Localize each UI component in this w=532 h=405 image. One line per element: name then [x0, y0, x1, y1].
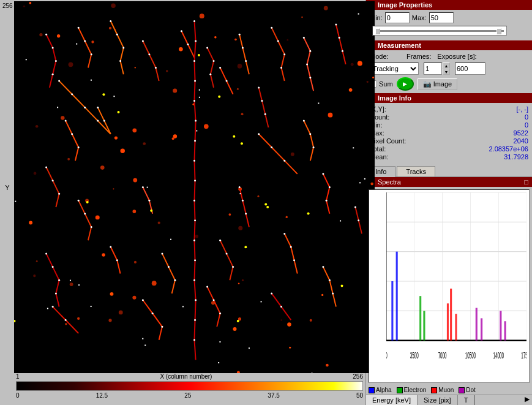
left-panel: 256 Y 1 X (column number) 256 0 12.5 25 … — [0, 0, 365, 405]
play-button[interactable]: ▶ — [397, 77, 414, 91]
svg-rect-18 — [450, 289, 452, 341]
spectra-section: ▼ Spectra □ — [366, 177, 532, 405]
x-axis-label: X (column number) — [160, 373, 212, 380]
measurement-header: ▼ Measurement — [366, 40, 532, 50]
legend-label-dot: Dot — [466, 387, 476, 393]
main-image-canvas[interactable] — [14, 1, 375, 373]
frames-input[interactable] — [424, 62, 442, 75]
min-input[interactable] — [385, 12, 410, 23]
svg-rect-23 — [504, 321, 506, 340]
svg-text:0: 0 — [386, 350, 388, 360]
bottom-tabs: Energy [keV] Size [pix] T ▶ — [366, 395, 532, 405]
info-val-count: 0 — [525, 113, 528, 121]
bottom-tab-t[interactable]: T — [458, 395, 475, 405]
x-left-label: 1 — [16, 373, 20, 380]
svg-rect-19 — [455, 314, 457, 341]
spectra-header: ▼ Spectra □ — [366, 177, 532, 187]
image-button[interactable]: 📷 Image — [418, 78, 458, 90]
max-label: Max: — [412, 14, 427, 21]
cb-label-2: 25 — [184, 392, 191, 399]
info-val-xy: [-, -] — [516, 105, 528, 113]
cb-label-3: 37.5 — [268, 392, 279, 399]
colorbar — [16, 381, 363, 391]
info-val-min: 0 — [525, 121, 528, 129]
svg-rect-21 — [481, 318, 482, 340]
legend-color-dot — [459, 387, 465, 393]
legend-electron: Electron — [397, 387, 427, 393]
svg-text:10500: 10500 — [465, 350, 476, 360]
info-row-xy: [X,Y]: [-, -] — [370, 105, 528, 113]
frames-label: Frames: — [406, 53, 431, 60]
info-val-max: 9522 — [514, 129, 528, 137]
info-key-pixcount: Pixel Count: — [370, 137, 406, 145]
image-properties-title: Image Properties — [378, 1, 432, 9]
max-input[interactable] — [429, 12, 454, 23]
svg-rect-14 — [396, 252, 398, 341]
exposure-label: Exposure [s]: — [437, 53, 476, 60]
legend-label-alpha: Alpha — [376, 387, 392, 393]
spectra-title: Spectra — [378, 178, 401, 186]
spectra-chart: 0 1.5 3 4.5 6 7.5 0 3500 7000 10500 1400… — [369, 189, 530, 383]
svg-text:17500: 17500 — [521, 350, 526, 360]
info-val-total: 2.08357e+06 — [489, 145, 528, 153]
legend-alpha: Alpha — [369, 387, 392, 393]
info-row-pixcount: Pixel Count: 2040 — [370, 137, 528, 145]
range-slider[interactable] — [372, 26, 507, 36]
legend-color-muon — [431, 387, 437, 393]
info-tabs: Info Tracks — [366, 166, 532, 177]
image-properties-section: ▼ Image Properties Min: Max: — [366, 0, 532, 40]
legend-color-electron — [397, 387, 403, 393]
spinner-up[interactable]: ▲ — [443, 62, 450, 69]
bottom-tab-energy[interactable]: Energy [keV] — [366, 395, 418, 405]
svg-rect-22 — [500, 311, 501, 340]
info-val-pixcount: 2040 — [514, 137, 528, 145]
image-info-header: ▼ Image Info — [366, 93, 532, 103]
legend-label-electron: Electron — [404, 387, 427, 393]
svg-rect-20 — [476, 308, 478, 341]
svg-rect-17 — [447, 303, 449, 340]
svg-rect-13 — [391, 281, 393, 341]
measurement-title: Measurement — [378, 42, 421, 49]
cb-label-0: 0 — [16, 392, 20, 399]
sum-label: Sum — [379, 80, 393, 88]
spinner-down[interactable]: ▼ — [443, 69, 450, 75]
legend-label-muon: Muon — [438, 387, 454, 393]
play-icon: ▶ — [403, 81, 407, 87]
info-row-total: Total: 2.08357e+06 — [370, 145, 528, 153]
mode-select[interactable]: Tracking — [370, 62, 419, 75]
cb-label-1: 12.5 — [96, 392, 108, 399]
legend-muon: Muon — [431, 387, 454, 393]
spectra-close-icon[interactable]: □ — [524, 178, 528, 186]
frames-spinner[interactable]: ▲ ▼ — [443, 62, 450, 75]
bottom-tab-size[interactable]: Size [pix] — [418, 395, 458, 405]
slider-left-thumb[interactable] — [375, 28, 380, 34]
spectra-legend: Alpha Electron Muon Dot — [366, 385, 532, 395]
info-row-min: Min: 0 — [370, 121, 528, 129]
cb-label-4: 50 — [356, 392, 363, 399]
exposure-input[interactable] — [455, 62, 485, 75]
measurement-section: ▼ Measurement Mode: Frames: Exposure [s]… — [366, 40, 532, 93]
info-row-max: Max: 9522 — [370, 129, 528, 137]
svg-text:3500: 3500 — [410, 350, 419, 360]
svg-text:14000: 14000 — [493, 350, 504, 360]
y-top-value: 256 — [2, 2, 14, 9]
y-label: Y — [5, 184, 9, 191]
spectra-svg: 0 1.5 3 4.5 6 7.5 0 3500 7000 10500 1400… — [386, 192, 526, 370]
scroll-right-btn[interactable]: ▶ — [474, 395, 532, 405]
legend-color-alpha — [369, 387, 375, 393]
slider-right-thumb[interactable] — [496, 28, 501, 34]
image-button-label: Image — [433, 80, 452, 88]
x-right-label: 256 — [353, 373, 363, 380]
info-row-count: Count: 0 — [370, 113, 528, 121]
image-info-section: ▼ Image Info [X,Y]: [-, -] Count: 0 Min:… — [366, 93, 532, 177]
image-properties-header: ▼ Image Properties — [366, 0, 532, 10]
tab-tracks[interactable]: Tracks — [397, 166, 435, 176]
image-info-body: [X,Y]: [-, -] Count: 0 Min: 0 Max: 9522 … — [366, 103, 532, 164]
info-val-mean: 31.7928 — [504, 153, 528, 161]
svg-rect-16 — [423, 311, 425, 340]
svg-rect-15 — [419, 296, 421, 341]
camera-icon: 📷 — [423, 80, 432, 88]
image-info-title: Image Info — [378, 94, 411, 102]
info-row-mean: Mean: 31.7928 — [370, 153, 528, 161]
right-panel: ▼ Image Properties Min: Max: ▼ Measurem — [365, 0, 532, 405]
